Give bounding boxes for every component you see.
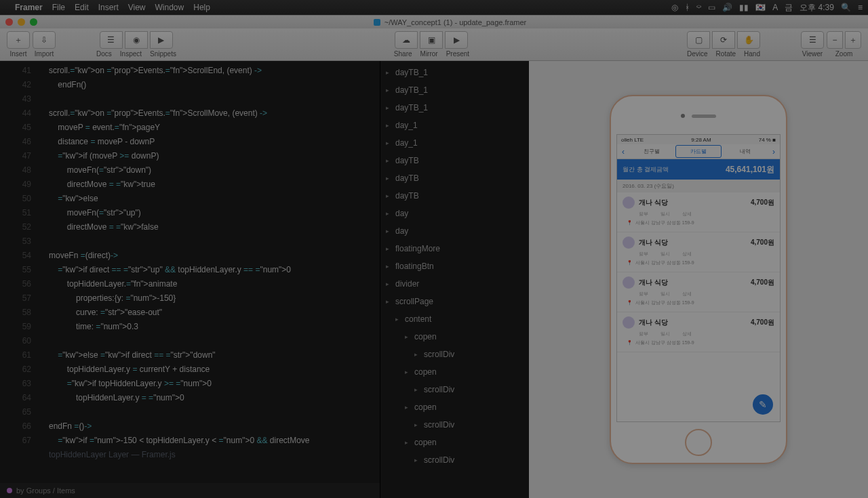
layer-name: day_1 — [395, 138, 418, 148]
zoom-out-button[interactable]: − — [827, 31, 843, 49]
layer-row[interactable]: ▸scrollDiv — [380, 416, 529, 434]
card-amount: 4,700원 — [751, 278, 774, 287]
tb-docs-label: Docs — [96, 50, 112, 58]
fullscreen-button[interactable] — [30, 18, 37, 26]
layer-name: dayTB_1 — [395, 68, 428, 77]
input-icon[interactable]: A — [772, 3, 778, 12]
close-button[interactable] — [5, 18, 13, 26]
layer-row[interactable]: ▸dayTB_1 — [380, 64, 529, 81]
viewer-button[interactable]: ☰ — [801, 31, 824, 49]
menu-file[interactable]: File — [52, 3, 65, 12]
menubar-day[interactable]: 금 — [785, 2, 793, 14]
card-list[interactable]: 개나 식당4,700원할부일시상세📍서울시 강남구 삼성동 159-9개나 식당… — [617, 192, 780, 352]
menu-edit[interactable]: Edit — [75, 3, 89, 12]
transaction-card[interactable]: 개나 식당4,700원할부일시상세📍서울시 강남구 삼성동 159-9 — [617, 312, 780, 352]
transaction-card[interactable]: 개나 식당4,700원할부일시상세📍서울시 강남구 삼성동 159-9 — [617, 192, 780, 232]
siri-icon[interactable]: ◎ — [671, 3, 678, 12]
layer-panel[interactable]: ▸dayTB_1▸dayTB_1▸dayTB_1▸day_1▸day_1▸day… — [380, 61, 529, 498]
tb-insert-label: Insert — [9, 50, 26, 58]
layer-name: dayTB — [395, 191, 419, 201]
menu-insert[interactable]: Insert — [98, 3, 119, 12]
layer-row[interactable]: ▸copen — [380, 434, 529, 451]
layer-row[interactable]: ▸floatingBtn — [380, 257, 529, 275]
mirror-button[interactable]: ▣ — [420, 31, 443, 49]
back-icon[interactable]: ‹ — [617, 147, 629, 157]
floating-action-button[interactable]: ✎ — [753, 394, 773, 415]
layer-row[interactable]: ▸dayTB_1 — [380, 81, 529, 99]
zoom-in-button[interactable]: ＋ — [845, 31, 861, 49]
code-editor[interactable]: 4142434445464748495051525354555657585960… — [0, 61, 380, 498]
tab-2[interactable]: 내역 — [723, 146, 768, 157]
layer-row[interactable]: ▸day_1 — [380, 117, 529, 134]
snippets-button[interactable]: ▶ — [150, 31, 173, 49]
docs-button[interactable]: ☰ — [100, 31, 123, 49]
device-screen[interactable]: olleh LTE 9:28 AM 74 % ■ ‹ 친구별 카드별 내역 › … — [616, 134, 781, 422]
layer-row[interactable]: ▸copen — [380, 363, 529, 381]
card-title: 개나 식당 — [639, 318, 668, 327]
banner-label: 월간 총 결제금액 — [623, 165, 669, 174]
layer-row[interactable]: ▸content — [380, 310, 529, 328]
layer-row[interactable]: ▸scrollDiv — [380, 381, 529, 398]
notification-icon[interactable]: ≡ — [858, 3, 863, 12]
rotate-button[interactable]: ⟳ — [712, 31, 735, 49]
menu-view[interactable]: View — [128, 3, 146, 12]
pin-icon: 📍 — [627, 220, 633, 226]
volume-icon[interactable]: 🔊 — [722, 3, 732, 12]
card-meta: 할부 — [639, 211, 648, 217]
status-text: by Groups / Items — [16, 484, 75, 498]
layer-row[interactable]: ▸dayTB — [380, 152, 529, 169]
tb-import-label: Import — [35, 50, 54, 58]
layer-row[interactable]: ▸divider — [380, 275, 529, 293]
layer-row[interactable]: ▸dayTB — [380, 187, 529, 205]
transaction-card[interactable]: 개나 식당4,700원할부일시상세📍서울시 강남구 삼성동 159-9 — [617, 232, 780, 272]
chevron-icon: ▸ — [386, 281, 393, 287]
layer-name: floatingMore — [395, 244, 440, 253]
layer-name: dayTB_1 — [395, 85, 428, 95]
wifi-icon[interactable]: ⌔ — [696, 3, 701, 12]
device-button[interactable]: ▢ — [687, 31, 710, 49]
layer-row[interactable]: ▸floatingMore — [380, 240, 529, 257]
layer-row[interactable]: ▸scrollDiv — [380, 346, 529, 363]
tab-1[interactable]: 카드별 — [675, 145, 722, 158]
layer-row[interactable]: ▸day_1 — [380, 134, 529, 152]
share-button[interactable]: ☁ — [395, 31, 418, 49]
card-meta: 상세 — [682, 251, 692, 257]
minimize-button[interactable] — [18, 18, 25, 26]
layer-row[interactable]: ▸copen — [380, 398, 529, 416]
display-icon[interactable]: ▭ — [708, 3, 715, 12]
menu-help[interactable]: Help — [193, 3, 210, 12]
code-body[interactable]: scroll.="kw">on ="prop">Events.="fn">Scr… — [37, 61, 380, 462]
fwd-icon[interactable]: › — [768, 147, 780, 157]
layer-row[interactable]: ▸scrollPage — [380, 293, 529, 310]
tb-viewer-label: Viewer — [802, 50, 823, 58]
tab-0[interactable]: 친구별 — [629, 146, 674, 157]
layer-name: day — [395, 226, 408, 236]
card-title: 개나 식당 — [639, 278, 668, 287]
insert-button[interactable]: ＋ — [7, 31, 30, 49]
menubar-time[interactable]: 오후 4:39 — [800, 2, 834, 14]
layer-row[interactable]: ▸day — [380, 222, 529, 240]
chevron-icon: ▸ — [405, 439, 412, 446]
chevron-icon: ▸ — [386, 228, 393, 234]
layer-row[interactable]: ▸day — [380, 205, 529, 222]
layer-row[interactable]: ▸scrollDiv — [380, 451, 529, 469]
card-title: 개나 식당 — [639, 238, 668, 247]
layer-row[interactable]: ▸copen — [380, 328, 529, 346]
layer-row[interactable]: ▸dayTB — [380, 169, 529, 187]
hand-button[interactable]: ✋ — [737, 31, 760, 49]
home-button[interactable] — [685, 429, 712, 456]
menubar-app[interactable]: Framer — [15, 3, 43, 12]
menu-window[interactable]: Window — [155, 3, 184, 12]
bt-icon[interactable]: ᚼ — [685, 3, 690, 12]
flag-icon[interactable]: 🇰🇷 — [755, 3, 766, 12]
inspect-button[interactable]: ◉ — [125, 31, 148, 49]
present-button[interactable]: ▶ — [445, 31, 468, 49]
transaction-card[interactable]: 개나 식당4,700원할부일시상세📍서울시 강남구 삼성동 159-9 — [617, 272, 780, 312]
preview-canvas[interactable]: olleh LTE 9:28 AM 74 % ■ ‹ 친구별 카드별 내역 › … — [529, 61, 868, 498]
layer-row[interactable]: ▸dayTB_1 — [380, 99, 529, 117]
tb-zoom-label: Zoom — [835, 50, 853, 58]
card-meta: 상세 — [682, 331, 692, 337]
battery-icon[interactable]: ▮▮ — [739, 3, 749, 12]
import-button[interactable]: ⇩ — [33, 31, 56, 49]
spotlight-icon[interactable]: 🔍 — [841, 3, 851, 12]
